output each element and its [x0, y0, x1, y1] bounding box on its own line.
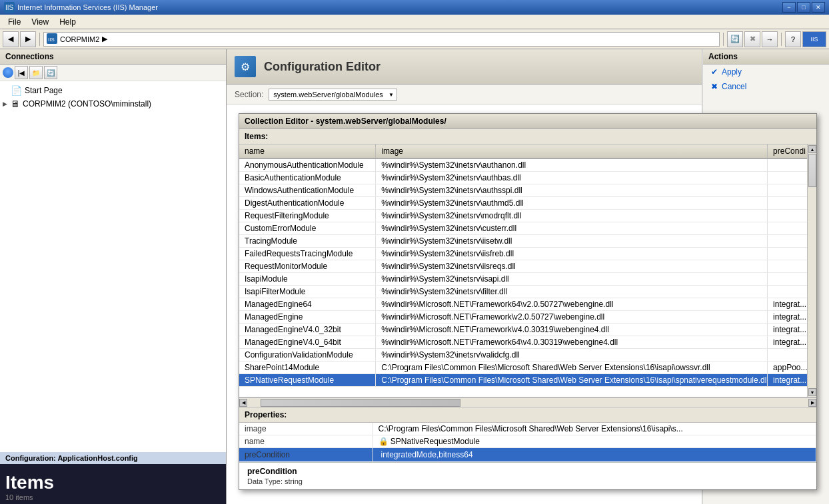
scroll-down-btn[interactable]: ▼ [808, 388, 816, 396]
table-row[interactable]: ManagedEngineV4.0_32bit%windir%\Microsof… [239, 324, 816, 336]
precond-info: preCondition Data Type: string [239, 462, 816, 489]
cell-image: %windir%\System32\inetsrv\isapi.dll [376, 273, 768, 286]
conn-btn3[interactable]: 🔄 [44, 66, 57, 79]
apply-icon: ✔ [711, 67, 718, 77]
collection-editor: Collection Editor - system.webServer/glo… [239, 113, 817, 490]
minimize-button[interactable]: − [782, 2, 796, 13]
section-dropdown[interactable]: system.webServer/globalModules ▼ [269, 89, 397, 101]
cell-image: %windir%\System32\inetsrv\filter.dll [376, 286, 768, 298]
tree-label-startpage: Start Page [25, 86, 63, 95]
cell-name: ManagedEngineV4.0_64bit [239, 336, 376, 349]
menu-file[interactable]: File [3, 16, 26, 28]
cell-image: %windir%\Microsoft.NET\Framework\v2.0.50… [376, 311, 768, 324]
cell-name: ManagedEngine [239, 311, 376, 324]
app-icon: IIS [4, 2, 15, 13]
scroll-left-btn[interactable]: ◀ [239, 399, 247, 407]
properties-table: imageC:\Program Files\Common Files\Micro… [239, 423, 816, 462]
table-row[interactable]: BasicAuthenticationModule%windir%\System… [239, 172, 816, 184]
v-scrollbar[interactable]: ▲ ▼ [807, 144, 816, 397]
table-row[interactable]: WindowsAuthenticationModule%windir%\Syst… [239, 184, 816, 197]
prop-value-input[interactable]: integratedMode,bitness64 [379, 449, 811, 460]
table-row[interactable]: ManagedEngine64%windir%\Microsoft.NET\Fr… [239, 298, 816, 311]
lock-icon: 🔒 [379, 437, 391, 446]
table-container[interactable]: name image preCondi AnonymousAuthenticat… [239, 144, 816, 397]
table-row[interactable]: IsapiFilterModule%windir%\System32\inets… [239, 286, 816, 298]
properties-header: Properties: [239, 407, 816, 423]
refresh-button[interactable]: 🔄 [727, 31, 743, 47]
table-row[interactable]: IsapiModule%windir%\System32\inetsrv\isa… [239, 273, 816, 286]
cell-name: TracingModule [239, 235, 376, 248]
action-cancel[interactable]: ✖ Cancel [703, 79, 829, 94]
cell-image: %windir%\System32\inetsrv\validcfg.dll [376, 349, 768, 362]
address-icon: IIS [47, 33, 57, 45]
actions-header: Actions [703, 49, 829, 65]
address-arrow: ▶ [102, 35, 107, 43]
back-button[interactable]: ◀ [3, 31, 19, 47]
property-row[interactable]: name🔒 SPNativeRequestModule [239, 435, 816, 448]
menu-help[interactable]: Help [54, 16, 81, 28]
cell-name: WindowsAuthenticationModule [239, 184, 376, 197]
table-row[interactable]: ConfigurationValidationModule%windir%\Sy… [239, 349, 816, 362]
cell-image: C:\Program Files\Common Files\Microsoft … [376, 362, 768, 374]
modules-table: name image preCondi AnonymousAuthenticat… [239, 144, 816, 387]
tree-item-server[interactable]: ▶ 🖥 CORPMIM2 (CONTOSO\miminstall) [0, 97, 226, 111]
toolbar-separator [39, 33, 40, 46]
action-apply-label: Apply [722, 67, 742, 77]
table-row[interactable]: DigestAuthenticationModule%windir%\Syste… [239, 197, 816, 210]
cell-image: %windir%\System32\inetsrv\authsspi.dll [376, 184, 768, 197]
scroll-right-btn[interactable]: ▶ [808, 399, 816, 407]
col-header-name: name [239, 144, 376, 158]
address-bar[interactable]: IIS CORPMIM2 ▶ [43, 32, 720, 47]
section-row: Section: system.webServer/globalModules … [227, 85, 702, 105]
table-row[interactable]: AnonymousAuthenticationModule%windir%\Sy… [239, 158, 816, 172]
table-row[interactable]: RequestMonitorModule%windir%\System32\in… [239, 260, 816, 273]
maximize-button[interactable]: □ [797, 2, 810, 13]
table-row[interactable]: TracingModule%windir%\System32\inetsrv\i… [239, 235, 816, 248]
cell-name: SharePoint14Module [239, 362, 376, 374]
table-row[interactable]: RequestFilteringModule%windir%\System32\… [239, 210, 816, 222]
iis-button[interactable]: IIS [802, 31, 826, 47]
prop-value-cell[interactable]: integratedMode,bitness64 [373, 448, 816, 462]
cell-name: CustomErrorModule [239, 222, 376, 235]
h-scroll-thumb[interactable] [261, 399, 460, 407]
property-row[interactable]: imageC:\Program Files\Common Files\Micro… [239, 423, 816, 435]
prop-value-cell: 🔒 SPNativeRequestModule [373, 435, 816, 448]
cell-name: SPNativeRequestModule [239, 374, 376, 387]
property-row[interactable]: preConditionintegratedMode,bitness64 [239, 448, 816, 462]
tree-item-startpage[interactable]: 📄 Start Page [0, 84, 226, 97]
stop-button[interactable]: ✖ [744, 31, 760, 47]
table-row[interactable]: FailedRequestsTracingModule%windir%\Syst… [239, 248, 816, 260]
table-row[interactable]: ManagedEngine%windir%\Microsoft.NET\Fram… [239, 311, 816, 324]
help-button[interactable]: ? [785, 31, 801, 47]
conn-btn2[interactable]: 📁 [29, 66, 43, 79]
table-row[interactable]: SharePoint14ModuleC:\Program Files\Commo… [239, 362, 816, 374]
cell-image: %windir%\System32\inetsrv\iisfreb.dll [376, 248, 768, 260]
action-apply[interactable]: ✔ Apply [703, 65, 829, 79]
table-row[interactable]: CustomErrorModule%windir%\System32\inets… [239, 222, 816, 235]
address-text: CORPMIM2 [60, 35, 99, 43]
table-row[interactable]: ManagedEngineV4.0_64bit%windir%\Microsof… [239, 336, 816, 349]
svg-text:IIS: IIS [5, 4, 14, 11]
ce-icon: ⚙ [235, 56, 256, 77]
action-cancel-label: Cancel [722, 82, 746, 91]
close-button[interactable]: ✕ [812, 2, 825, 13]
content-area: ⚙ Configuration Editor Section: system.w… [227, 49, 702, 504]
h-scrollbar[interactable]: ◀ ▶ [239, 397, 816, 407]
left-panel: Connections |◀ 📁 🔄 📄 Start Page ▶ 🖥 CORP… [0, 49, 227, 504]
expand-icon2: ▶ [3, 101, 11, 107]
cancel-icon: ✖ [711, 82, 718, 91]
menu-view[interactable]: View [26, 16, 54, 28]
cell-image: %windir%\Microsoft.NET\Framework\v4.0.30… [376, 324, 768, 336]
scroll-thumb[interactable] [808, 154, 816, 187]
scroll-up-btn[interactable]: ▲ [808, 145, 816, 153]
conn-btn1[interactable]: |◀ [15, 66, 28, 79]
section-value-text: system.webServer/globalModules [273, 91, 383, 99]
ce-window-title: Collection Editor - system.webServer/glo… [239, 114, 816, 129]
go-button[interactable]: → [762, 31, 778, 47]
prop-name-cell: name [239, 435, 373, 448]
table-row[interactable]: SPNativeRequestModuleC:\Program Files\Co… [239, 374, 816, 387]
main-layout: Connections |◀ 📁 🔄 📄 Start Page ▶ 🖥 CORP… [0, 49, 829, 504]
prop-name-cell: image [239, 423, 373, 435]
forward-button[interactable]: ▶ [20, 31, 36, 47]
items-label: Items [5, 473, 54, 492]
